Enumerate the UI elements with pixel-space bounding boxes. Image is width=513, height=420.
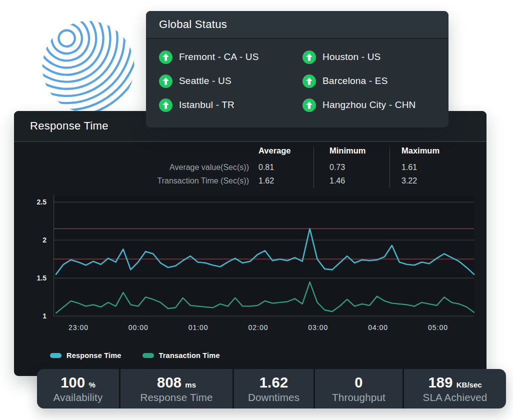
row-label: Transaction Time (Sec(s)) — [14, 176, 249, 186]
response-time-line-chart: 11.522.523:0000:0001:0002:0003:0004:0005… — [26, 193, 476, 339]
svg-text:02:00: 02:00 — [248, 324, 268, 332]
global-status-card: Global Status Fremont - CA - US Houston … — [146, 11, 448, 128]
response-time-swatch — [50, 353, 62, 358]
legend-label: Response Time — [66, 352, 122, 360]
stat-response-time: 808ms Response Time — [120, 369, 234, 408]
response-time-title: Response Time — [30, 120, 108, 132]
stat-value: 808 — [157, 374, 182, 391]
location-label: Houston - US — [322, 52, 380, 62]
global-status-title: Global Status — [159, 18, 227, 31]
response-time-card: Response Time Average Minimum Maximum Av… — [14, 111, 486, 376]
svg-text:05:00: 05:00 — [428, 324, 448, 332]
chart-legend: Response Time Transaction Time — [50, 352, 220, 360]
table-column-divider — [314, 147, 314, 188]
svg-text:04:00: 04:00 — [368, 324, 388, 332]
cell-average: 1.62 — [258, 176, 274, 186]
stat-label: Downtimes — [248, 392, 300, 404]
stat-sla-achieved: 189KB/sec SLA Achieved — [404, 369, 506, 408]
stat-label: Throughput — [332, 392, 386, 404]
cell-maximum: 3.22 — [402, 176, 417, 186]
location-label: Hangzhou City - CHN — [322, 100, 416, 110]
stat-label: Response Time — [140, 392, 212, 404]
svg-text:03:00: 03:00 — [308, 324, 328, 332]
stat-throughput: 0 Throughput — [315, 369, 404, 408]
row-label: Average value(Sec(s)) — [14, 163, 249, 172]
svg-text:2.5: 2.5 — [37, 198, 47, 206]
svg-text:00:00: 00:00 — [128, 324, 148, 332]
location-item-houston[interactable]: Houston - US — [302, 45, 444, 69]
legend-item-response-time[interactable]: Response Time — [50, 352, 122, 360]
monitoring-dashboard: Global Status Fremont - CA - US Houston … — [0, 0, 513, 420]
location-label: Barcelona - ES — [322, 76, 388, 86]
column-header-minimum: Minimum — [330, 146, 366, 156]
svg-text:23:00: 23:00 — [68, 324, 88, 332]
stat-value: 1.62 — [260, 374, 288, 391]
stat-value: 189 — [428, 374, 452, 391]
stat-value: 100 — [60, 374, 85, 391]
striped-sphere-decoration — [40, 18, 136, 114]
location-item-barcelona[interactable]: Barcelona - ES — [302, 69, 444, 93]
cell-average: 0.81 — [258, 163, 274, 172]
global-status-header: Global Status — [146, 11, 448, 39]
svg-text:01:00: 01:00 — [188, 324, 208, 332]
global-status-list: Fremont - CA - US Houston - US Seattle -… — [146, 39, 448, 117]
location-item-fremont[interactable]: Fremont - CA - US — [159, 45, 302, 69]
location-item-hangzhou[interactable]: Hangzhou City - CHN — [302, 93, 444, 117]
table-column-divider — [390, 147, 390, 188]
legend-item-transaction-time[interactable]: Transaction Time — [142, 352, 220, 360]
location-label: Seattle - US — [179, 76, 232, 86]
location-label: Istanbul - TR — [179, 100, 234, 110]
stat-availability: 100% Availability — [37, 369, 120, 408]
location-item-istanbul[interactable]: Istanbul - TR — [159, 93, 302, 117]
status-up-icon — [159, 74, 172, 88]
stat-unit: ms — [185, 380, 196, 389]
status-up-icon — [159, 98, 172, 112]
legend-label: Transaction Time — [159, 352, 220, 360]
svg-text:1: 1 — [42, 312, 46, 320]
summary-stats-bar: 100% Availability 808ms Response Time 1.… — [37, 369, 506, 408]
svg-text:1.5: 1.5 — [37, 274, 47, 282]
stat-label: Availability — [54, 392, 103, 404]
chart-plot: 11.522.523:0000:0001:0002:0003:0004:0005… — [37, 195, 474, 332]
status-up-icon — [302, 50, 316, 64]
column-header-maximum: Maximum — [402, 146, 440, 156]
stat-unit: KB/sec — [456, 380, 482, 389]
svg-text:2: 2 — [42, 236, 46, 244]
location-label: Fremont - CA - US — [179, 52, 259, 62]
transaction-time-swatch — [142, 353, 154, 358]
status-up-icon — [159, 50, 172, 64]
stat-label: SLA Achieved — [423, 392, 488, 404]
location-item-seattle[interactable]: Seattle - US — [159, 69, 302, 93]
cell-maximum: 1.61 — [402, 163, 417, 172]
column-header-average: Average — [258, 146, 291, 156]
cell-minimum: 0.73 — [330, 163, 345, 172]
stat-value: 0 — [354, 374, 362, 391]
status-up-icon — [302, 98, 316, 112]
stat-downtimes: 1.62 Downtimes — [234, 369, 315, 408]
status-up-icon — [302, 74, 316, 88]
stat-unit: % — [88, 380, 95, 389]
cell-minimum: 1.46 — [330, 176, 345, 186]
